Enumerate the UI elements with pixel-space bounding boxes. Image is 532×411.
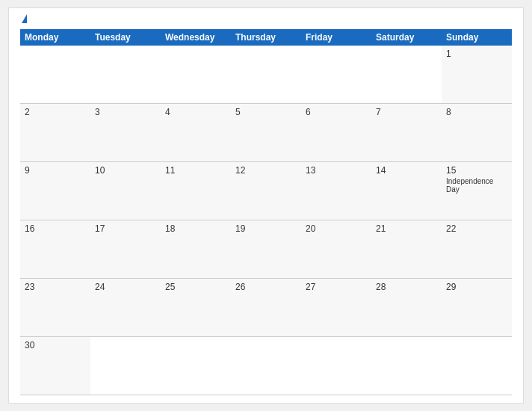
day-header-wednesday: Wednesday <box>161 29 231 46</box>
day-cell: 26 <box>231 279 301 336</box>
day-number: 26 <box>235 282 297 292</box>
day-number: 2 <box>25 107 86 117</box>
day-headers-row: MondayTuesdayWednesdayThursdayFridaySatu… <box>20 29 512 46</box>
day-number: 11 <box>165 165 226 176</box>
day-number: 23 <box>25 282 86 292</box>
day-header-monday: Monday <box>20 29 90 46</box>
day-event: Independence Day <box>446 177 507 194</box>
day-cell: 14 <box>371 162 442 220</box>
day-cell: 23 <box>20 279 90 336</box>
day-header-sunday: Sunday <box>442 29 512 46</box>
day-header-saturday: Saturday <box>371 29 442 46</box>
day-cell: 29 <box>442 279 512 336</box>
day-cell: 7 <box>371 104 442 161</box>
day-cell: 24 <box>90 279 161 336</box>
day-cell <box>231 337 301 395</box>
day-cell <box>90 337 161 395</box>
day-header-friday: Friday <box>301 29 371 46</box>
day-number: 16 <box>25 223 86 234</box>
day-number: 24 <box>95 282 156 292</box>
day-cell: 15Independence Day <box>442 162 512 220</box>
day-number: 4 <box>165 107 226 117</box>
day-cell: 8 <box>442 104 512 161</box>
day-number: 1 <box>446 49 507 59</box>
day-number: 3 <box>95 107 156 117</box>
week-row-6: 30 <box>20 337 512 395</box>
day-cell: 27 <box>301 279 371 336</box>
day-cell <box>371 46 442 103</box>
week-row-3: 9101112131415Independence Day <box>20 162 512 220</box>
day-cell: 30 <box>20 337 90 395</box>
logo-triangle-icon <box>22 14 27 23</box>
day-number: 12 <box>235 165 297 176</box>
day-cell: 19 <box>231 220 301 278</box>
day-cell: 17 <box>90 220 161 278</box>
day-cell <box>371 337 442 395</box>
day-cell: 3 <box>90 104 161 161</box>
day-number: 20 <box>306 223 367 234</box>
day-cell: 13 <box>301 162 371 220</box>
day-cell <box>442 337 512 395</box>
day-header-thursday: Thursday <box>231 29 301 46</box>
day-number: 21 <box>376 223 437 234</box>
calendar-grid: MondayTuesdayWednesdayThursdayFridaySatu… <box>20 29 512 395</box>
day-number: 25 <box>165 282 226 292</box>
day-cell <box>231 46 301 103</box>
day-cell <box>301 337 371 395</box>
week-row-5: 23242526272829 <box>20 279 512 337</box>
day-number: 27 <box>306 282 367 292</box>
day-cell <box>161 46 231 103</box>
day-number: 15 <box>446 165 507 176</box>
day-number: 17 <box>95 223 156 234</box>
day-cell: 12 <box>231 162 301 220</box>
week-row-1: 1 <box>20 46 512 104</box>
day-number: 28 <box>376 282 437 292</box>
day-number: 19 <box>235 223 297 234</box>
week-row-4: 16171819202122 <box>20 220 512 279</box>
day-cell: 11 <box>161 162 231 220</box>
day-cell <box>90 46 161 103</box>
day-cell: 2 <box>20 104 90 161</box>
day-cell: 20 <box>301 220 371 278</box>
logo <box>20 16 27 23</box>
day-cell: 16 <box>20 220 90 278</box>
day-cell: 21 <box>371 220 442 278</box>
calendar-container: MondayTuesdayWednesdayThursdayFridaySatu… <box>8 7 524 404</box>
day-number: 8 <box>446 107 507 117</box>
day-number: 30 <box>25 340 86 350</box>
day-cell: 22 <box>442 220 512 278</box>
day-number: 9 <box>25 165 86 176</box>
weeks-container: 123456789101112131415Independence Day161… <box>20 46 512 395</box>
day-number: 6 <box>306 107 367 117</box>
day-header-tuesday: Tuesday <box>90 29 161 46</box>
day-cell <box>161 337 231 395</box>
day-cell: 25 <box>161 279 231 336</box>
day-cell: 28 <box>371 279 442 336</box>
day-number: 13 <box>306 165 367 176</box>
calendar-header <box>20 16 512 23</box>
day-cell: 5 <box>231 104 301 161</box>
day-cell: 6 <box>301 104 371 161</box>
day-cell <box>301 46 371 103</box>
day-cell <box>20 46 90 103</box>
week-row-2: 2345678 <box>20 104 512 162</box>
day-number: 18 <box>165 223 226 234</box>
day-cell: 1 <box>442 46 512 103</box>
day-cell: 18 <box>161 220 231 278</box>
day-number: 22 <box>446 223 507 234</box>
day-number: 5 <box>235 107 297 117</box>
day-number: 7 <box>376 107 437 117</box>
day-cell: 4 <box>161 104 231 161</box>
day-number: 29 <box>446 282 507 292</box>
day-cell: 10 <box>90 162 161 220</box>
day-number: 14 <box>376 165 437 176</box>
day-number: 10 <box>95 165 156 176</box>
day-cell: 9 <box>20 162 90 220</box>
